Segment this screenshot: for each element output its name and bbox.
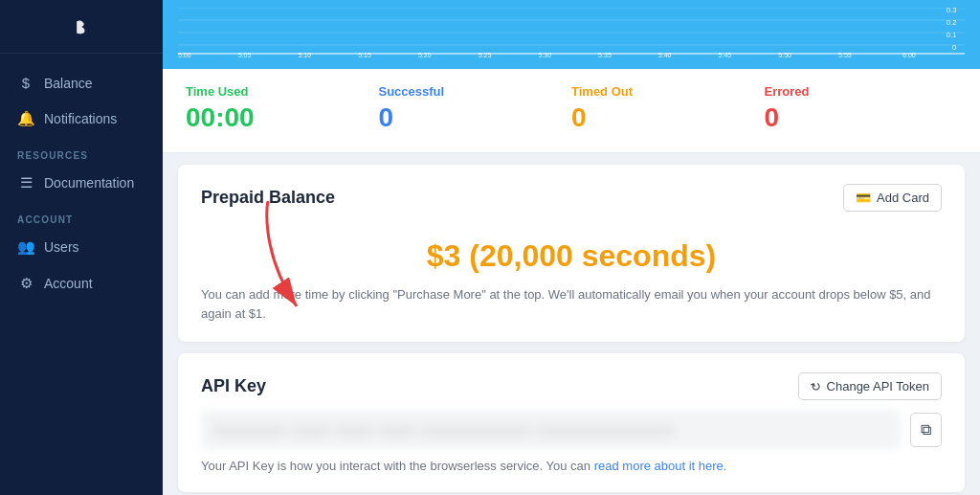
change-api-token-button[interactable]: ↻ Change API Token xyxy=(798,372,942,400)
time-used-value: 00:00 xyxy=(186,102,255,133)
sidebar-navigation: $ Balance 🔔 Notifications RESOURCES ☰ Do… xyxy=(0,54,163,495)
api-key-value: xxxxxxxx-xxxx-xxxx-xxxx-xxxxxxxxxxxx-xxx… xyxy=(201,410,901,449)
timed-out-label: Timed Out xyxy=(571,84,633,99)
sidebar-item-documentation[interactable]: ☰ Documentation xyxy=(0,165,163,201)
svg-text:5:30: 5:30 xyxy=(538,52,551,57)
svg-text:5:25: 5:25 xyxy=(479,52,492,57)
successful-value: 0 xyxy=(379,102,394,133)
sidebar-item-notifications-label: Notifications xyxy=(44,111,117,126)
api-note-text: Your API Key is how you interact with th… xyxy=(201,459,594,473)
copy-icon: ⧉ xyxy=(921,421,931,438)
stat-errored: Errored 0 xyxy=(765,84,958,133)
logo xyxy=(0,0,163,54)
svg-text:0.1: 0.1 xyxy=(947,31,957,39)
sidebar-item-documentation-label: Documentation xyxy=(44,175,134,191)
svg-text:5:00: 5:00 xyxy=(178,52,191,57)
svg-text:5:40: 5:40 xyxy=(658,52,672,57)
stats-row: Time Used 00:00 Successful 0 Timed Out 0… xyxy=(163,69,980,153)
doc-icon: ☰ xyxy=(17,174,34,191)
svg-text:5:55: 5:55 xyxy=(838,52,852,57)
gear-icon: ⚙ xyxy=(17,275,34,292)
credit-card-icon: 💳 xyxy=(856,191,871,205)
copy-api-key-button[interactable]: ⧉ xyxy=(910,413,942,447)
api-key-card: API Key ↻ Change API Token xxxxxxxx-xxxx… xyxy=(178,353,965,492)
svg-text:5:15: 5:15 xyxy=(358,52,371,57)
sidebar-item-users[interactable]: 👥 Users xyxy=(0,229,163,265)
add-card-button[interactable]: 💳 Add Card xyxy=(843,184,942,212)
sidebar-item-users-label: Users xyxy=(44,239,79,255)
stat-time-used: Time Used 00:00 xyxy=(186,84,379,133)
add-card-label: Add Card xyxy=(877,191,929,205)
svg-text:0.3: 0.3 xyxy=(947,8,957,14)
resources-section-label: RESOURCES xyxy=(0,137,163,165)
svg-text:5:35: 5:35 xyxy=(598,52,612,57)
api-note-link[interactable]: read more about it here. xyxy=(594,459,727,473)
svg-text:5:10: 5:10 xyxy=(298,52,311,57)
balance-amount: $3 (20,000 seconds) xyxy=(201,221,942,285)
svg-text:5:05: 5:05 xyxy=(238,52,252,57)
stat-successful: Successful 0 xyxy=(379,84,572,133)
bell-icon: 🔔 xyxy=(17,110,34,127)
svg-text:5:20: 5:20 xyxy=(418,52,432,57)
users-icon: 👥 xyxy=(17,238,34,256)
chart-area: 0.3 0.2 0.1 0 5:00 5:05 5:10 5:15 5:20 5… xyxy=(163,0,980,69)
errored-value: 0 xyxy=(765,102,780,133)
api-key-title: API Key xyxy=(201,376,266,396)
dollar-icon: $ xyxy=(17,75,34,91)
stat-timed-out: Timed Out 0 xyxy=(571,84,765,133)
svg-text:0.2: 0.2 xyxy=(947,18,957,27)
refresh-icon: ↻ xyxy=(808,378,822,395)
balance-note: You can add more time by clicking "Purch… xyxy=(201,285,942,323)
svg-text:6:00: 6:00 xyxy=(902,52,916,57)
main-content: 0.3 0.2 0.1 0 5:00 5:05 5:10 5:15 5:20 5… xyxy=(163,0,980,495)
prepaid-balance-card: Prepaid Balance 💳 Add Card $3 (20,000 se… xyxy=(178,165,965,342)
svg-text:5:50: 5:50 xyxy=(778,52,791,57)
svg-text:0: 0 xyxy=(952,43,956,52)
api-key-card-header: API Key ↻ Change API Token xyxy=(201,372,942,400)
sidebar-item-account[interactable]: ⚙ Account xyxy=(0,265,163,302)
api-key-note: Your API Key is how you interact with th… xyxy=(201,459,942,473)
sidebar-item-notifications[interactable]: 🔔 Notifications xyxy=(0,101,163,137)
brand-logo-icon xyxy=(66,11,97,42)
timed-out-value: 0 xyxy=(571,102,587,133)
errored-label: Errored xyxy=(765,84,810,99)
sidebar-item-balance[interactable]: $ Balance xyxy=(0,65,163,101)
sidebar-item-balance-label: Balance xyxy=(44,76,93,91)
prepaid-balance-card-header: Prepaid Balance 💳 Add Card xyxy=(201,184,942,212)
time-used-label: Time Used xyxy=(186,84,249,99)
prepaid-balance-title: Prepaid Balance xyxy=(201,188,335,208)
usage-chart: 0.3 0.2 0.1 0 5:00 5:05 5:10 5:15 5:20 5… xyxy=(178,8,965,57)
successful-label: Successful xyxy=(379,84,445,99)
svg-text:5:45: 5:45 xyxy=(719,52,732,57)
change-api-token-label: Change API Token xyxy=(827,379,929,394)
sidebar-item-account-label: Account xyxy=(44,276,93,291)
account-section-label: ACCOUNT xyxy=(0,201,163,229)
api-key-row: xxxxxxxx-xxxx-xxxx-xxxx-xxxxxxxxxxxx-xxx… xyxy=(201,410,942,449)
sidebar: $ Balance 🔔 Notifications RESOURCES ☰ Do… xyxy=(0,0,163,495)
